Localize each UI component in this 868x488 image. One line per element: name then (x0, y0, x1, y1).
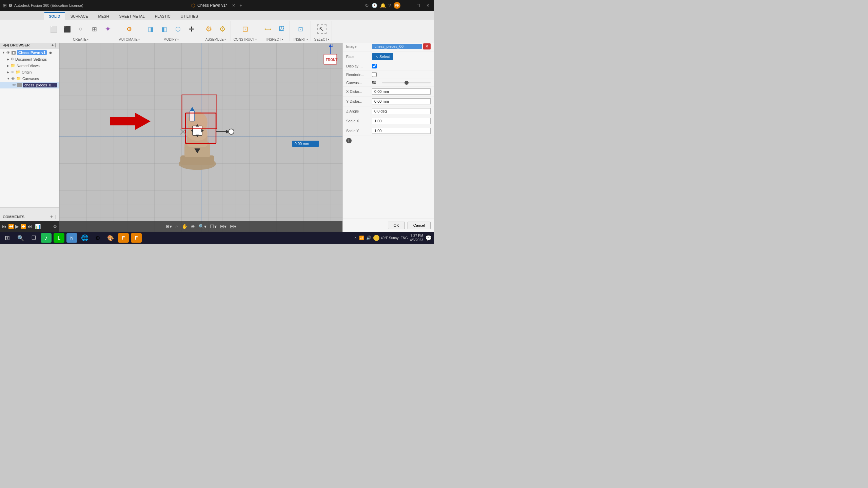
inspect-btn2[interactable]: 🖼 (275, 24, 288, 35)
new-tab-btn[interactable]: ＋ (239, 3, 243, 8)
automate-label[interactable]: AUTOMATE ▾ (119, 38, 140, 41)
orientation-cube[interactable]: Z FRONT (321, 44, 340, 68)
insert-btn[interactable]: ⊡ (295, 24, 307, 35)
notification-center-btn[interactable]: 💬 (425, 235, 432, 241)
help-icon[interactable]: ? (389, 3, 391, 8)
nav-display-icon[interactable]: ☐▾ (210, 224, 217, 229)
tree-item-canvas-file[interactable]: 👁 chess_pieces_001_pawn_thu... (0, 82, 59, 88)
browser-collapse-icon[interactable]: ◀◀ (3, 43, 9, 47)
inspect-label[interactable]: INSPECT ▾ (267, 38, 283, 41)
create-special-btn[interactable]: ✦ (102, 24, 114, 35)
distance-field[interactable] (292, 141, 319, 147)
settings-btn[interactable]: ⚙ (92, 233, 103, 243)
tree-item-chess-pawn[interactable]: ▼ 👁 ■ Chess Pawn v1 ⏺ (0, 49, 59, 56)
select-label[interactable]: SELECT ▾ (314, 38, 329, 41)
network-icon[interactable]: 📶 (359, 236, 364, 240)
image-remove-btn[interactable]: ✕ (423, 43, 431, 49)
tab-solid[interactable]: SOLID (44, 12, 65, 20)
modify-move-btn[interactable]: ✛ (185, 24, 198, 35)
minimize-btn[interactable]: — (403, 2, 412, 9)
fusion-btn1[interactable]: F (118, 233, 129, 243)
nordvpn-btn[interactable]: N (66, 233, 77, 243)
spotify-btn[interactable]: ♪ (41, 233, 52, 243)
tab-sheet-metal[interactable]: SHEET METAL (114, 13, 149, 20)
tab-plastic[interactable]: PLASTIC (150, 13, 175, 20)
eye-icon-canvas-file[interactable]: 👁 (12, 83, 16, 87)
construct-btn[interactable]: ⊡ (239, 24, 251, 35)
automate-btn[interactable]: ⚙ (123, 24, 135, 35)
chess-pawn-record-icon[interactable]: ⏺ (49, 51, 52, 55)
x-dist-input[interactable] (372, 88, 431, 95)
eye-icon-chess-pawn[interactable]: 👁 (6, 50, 10, 55)
tree-item-doc-settings[interactable]: ▶ ⚙ Document Settings (0, 56, 59, 62)
tree-arrow-chess-pawn[interactable]: ▼ (2, 51, 5, 54)
volume-icon[interactable]: 🔊 (366, 236, 371, 240)
assemble-label[interactable]: ASSEMBLE ▾ (205, 38, 226, 41)
search-btn[interactable]: 🔍 (15, 233, 27, 243)
modify-label[interactable]: MODIFY ▾ (163, 38, 179, 41)
tree-item-canvases[interactable]: ▼ 👁 📁 Canvases (0, 75, 59, 82)
tree-arrow-origin[interactable]: ▶ (7, 70, 9, 74)
tree-item-named-views[interactable]: ▶ 📁 Named Views (0, 62, 59, 69)
create-shell-btn[interactable]: ○ (75, 24, 87, 35)
insert-label[interactable]: INSERT ▾ (294, 38, 308, 41)
app-grid-icon[interactable]: ⊞ (3, 3, 7, 8)
distance-input-bubble[interactable]: ⋮ (292, 140, 300, 147)
assemble-btn1[interactable]: ⚙ (203, 24, 215, 35)
comments-add-icon[interactable]: + (50, 214, 53, 220)
assemble-btn2[interactable]: ⚙ (216, 24, 229, 35)
play-start-btn[interactable]: ⏮ (2, 224, 7, 229)
select-btn[interactable]: ↖ (316, 24, 328, 35)
timeline-icon[interactable]: 📊 (35, 224, 41, 229)
create-label[interactable]: CREATE ▾ (73, 38, 88, 41)
settings-icon-playback[interactable]: ⚙ (53, 224, 57, 229)
construct-label[interactable]: CONSTRUCT ▾ (234, 38, 257, 41)
display-checkbox[interactable] (372, 64, 377, 68)
scale-y-input[interactable] (372, 128, 431, 134)
nav-section-icon[interactable]: ⊟▾ (230, 224, 236, 229)
ok-button[interactable]: OK (388, 222, 405, 229)
line-btn[interactable]: L (54, 233, 64, 243)
canvas-area[interactable]: ⋮ Z FRONT (59, 41, 342, 232)
paint-btn[interactable]: 🎨 (105, 233, 116, 243)
nav-look-icon[interactable]: ⊕ (191, 224, 195, 229)
notification-icon[interactable]: 🔔 (380, 3, 386, 8)
inspect-btn1[interactable]: ⟷ (262, 24, 274, 35)
close-btn[interactable]: × (425, 2, 431, 9)
face-select-btn[interactable]: ↖ Select (372, 53, 393, 60)
modify-btn1[interactable]: ◨ (145, 24, 157, 35)
create-pattern-btn[interactable]: ⊞ (88, 24, 100, 35)
tab-utilities[interactable]: UTILITIES (176, 13, 203, 20)
nav-zoom-icon[interactable]: 🔍▾ (198, 224, 206, 229)
fusion-btn2[interactable]: F (131, 233, 142, 243)
create-solid-btn[interactable]: ⬛ (61, 24, 73, 35)
nav-grid-icon[interactable]: ⊞▾ (220, 224, 226, 229)
z-angle-input[interactable] (372, 108, 431, 114)
browser-collapse-btn[interactable]: | (55, 43, 56, 47)
nav-pan-icon[interactable]: ✋ (182, 224, 188, 229)
canvas-opacity-slider[interactable] (382, 82, 431, 83)
eye-icon-canvases[interactable]: 👁 (11, 77, 15, 81)
play-btn[interactable]: ▶ (15, 224, 19, 229)
start-btn[interactable]: ⊞ (2, 233, 13, 243)
tab-close-btn[interactable]: ✕ (232, 3, 235, 8)
browser-pin-icon[interactable]: ● (51, 43, 54, 47)
nav-home-icon[interactable]: ⌂ (175, 224, 178, 229)
refresh-icon[interactable]: ↻ (365, 3, 369, 8)
tree-arrow-views[interactable]: ▶ (7, 64, 9, 67)
cancel-button[interactable]: Cancel (408, 222, 431, 229)
clock[interactable]: 7:37 PM 4/6/2023 (410, 233, 423, 242)
task-view-btn[interactable]: ❐ (29, 233, 39, 243)
chrome-btn[interactable]: 🌐 (79, 233, 90, 243)
play-prev-btn[interactable]: ⏪ (8, 224, 14, 229)
nav-orbit-icon[interactable]: ⊕▾ (165, 224, 172, 229)
tree-arrow-doc[interactable]: ▶ (7, 58, 9, 61)
sys-tray-icons[interactable]: ∧ (354, 236, 357, 240)
history-icon[interactable]: 🕐 (372, 3, 377, 8)
modify-btn2[interactable]: ◧ (158, 24, 171, 35)
scale-x-input[interactable] (372, 118, 431, 124)
play-end-btn[interactable]: ⏭ (27, 224, 32, 229)
tree-arrow-canvases[interactable]: ▼ (7, 77, 10, 80)
comments-panel-btn[interactable]: | (55, 215, 56, 219)
info-icon[interactable]: i (346, 138, 352, 143)
